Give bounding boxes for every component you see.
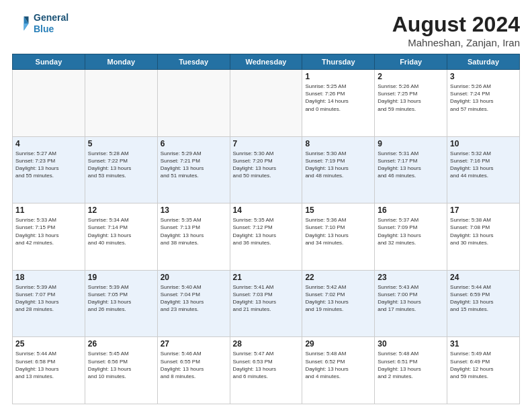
calendar-cell: 11Sunrise: 5:33 AM Sunset: 7:15 PM Dayli… [13,203,85,271]
calendar-cell: 25Sunrise: 5:44 AM Sunset: 6:58 PM Dayli… [13,337,85,404]
calendar-cell: 27Sunrise: 5:46 AM Sunset: 6:55 PM Dayli… [157,337,230,404]
day-info: Sunrise: 5:32 AM Sunset: 7:16 PM Dayligh… [450,150,517,180]
day-number: 19 [88,273,154,282]
logo-text-line1: General [34,12,69,24]
day-number: 11 [15,205,82,215]
day-number: 6 [161,139,227,148]
day-header-sunday: Sunday [13,54,85,70]
calendar-cell: 18Sunrise: 5:39 AM Sunset: 7:07 PM Dayli… [13,270,85,337]
day-info: Sunrise: 5:26 AM Sunset: 7:25 PM Dayligh… [378,83,444,113]
calendar-cell: 16Sunrise: 5:37 AM Sunset: 7:09 PM Dayli… [375,203,447,271]
calendar-cell [157,70,230,137]
header: General Blue August 2024 Mahneshan, Zanj… [12,12,520,48]
day-info: Sunrise: 5:35 AM Sunset: 7:13 PM Dayligh… [161,216,227,246]
calendar-cell: 15Sunrise: 5:36 AM Sunset: 7:10 PM Dayli… [302,203,375,271]
day-number: 29 [305,339,371,349]
day-number: 18 [15,273,82,282]
calendar-cell: 5Sunrise: 5:28 AM Sunset: 7:22 PM Daylig… [85,136,157,203]
day-info: Sunrise: 5:39 AM Sunset: 7:05 PM Dayligh… [88,283,154,314]
day-info: Sunrise: 5:45 AM Sunset: 6:56 PM Dayligh… [88,350,154,380]
calendar-week-1: 4Sunrise: 5:27 AM Sunset: 7:23 PM Daylig… [13,136,520,203]
day-info: Sunrise: 5:49 AM Sunset: 6:49 PM Dayligh… [450,350,517,380]
day-number: 30 [378,339,444,349]
day-info: Sunrise: 5:44 AM Sunset: 6:59 PM Dayligh… [450,283,517,314]
day-info: Sunrise: 5:37 AM Sunset: 7:09 PM Dayligh… [378,216,444,246]
day-info: Sunrise: 5:48 AM Sunset: 6:52 PM Dayligh… [305,350,371,380]
day-number: 25 [15,339,82,349]
calendar-cell [230,70,302,137]
day-number: 12 [88,205,154,215]
calendar-cell: 8Sunrise: 5:30 AM Sunset: 7:19 PM Daylig… [302,136,375,203]
page: General Blue August 2024 Mahneshan, Zanj… [0,0,532,411]
calendar-cell [13,70,85,137]
day-info: Sunrise: 5:47 AM Sunset: 6:53 PM Dayligh… [233,350,300,380]
day-number: 2 [378,72,444,81]
calendar-cell: 17Sunrise: 5:38 AM Sunset: 7:08 PM Dayli… [447,203,520,271]
calendar-cell: 21Sunrise: 5:41 AM Sunset: 7:03 PM Dayli… [230,270,302,337]
day-number: 23 [378,273,444,282]
day-info: Sunrise: 5:41 AM Sunset: 7:03 PM Dayligh… [233,283,300,314]
day-info: Sunrise: 5:29 AM Sunset: 7:21 PM Dayligh… [161,150,227,180]
day-number: 17 [450,205,517,215]
day-info: Sunrise: 5:42 AM Sunset: 7:02 PM Dayligh… [305,283,371,314]
day-info: Sunrise: 5:33 AM Sunset: 7:15 PM Dayligh… [15,216,82,246]
main-title: August 2024 [392,12,520,37]
calendar-week-2: 11Sunrise: 5:33 AM Sunset: 7:15 PM Dayli… [13,203,520,271]
day-info: Sunrise: 5:30 AM Sunset: 7:20 PM Dayligh… [233,150,300,180]
calendar-cell: 24Sunrise: 5:44 AM Sunset: 6:59 PM Dayli… [447,270,520,337]
day-info: Sunrise: 5:38 AM Sunset: 7:08 PM Dayligh… [450,216,517,246]
day-number: 13 [161,205,227,215]
day-number: 22 [305,273,371,282]
day-number: 16 [378,205,444,215]
calendar-table: SundayMondayTuesdayWednesdayThursdayFrid… [12,54,520,404]
calendar-cell: 1Sunrise: 5:25 AM Sunset: 7:26 PM Daylig… [302,70,375,137]
logo-text-line2: Blue [34,24,69,35]
subtitle: Mahneshan, Zanjan, Iran [392,37,520,48]
day-info: Sunrise: 5:27 AM Sunset: 7:23 PM Dayligh… [15,150,82,180]
day-number: 3 [450,72,517,81]
day-info: Sunrise: 5:26 AM Sunset: 7:24 PM Dayligh… [450,83,517,113]
day-number: 24 [450,273,517,282]
calendar-cell: 28Sunrise: 5:47 AM Sunset: 6:53 PM Dayli… [230,337,302,404]
day-info: Sunrise: 5:40 AM Sunset: 7:04 PM Dayligh… [161,283,227,314]
day-info: Sunrise: 5:46 AM Sunset: 6:55 PM Dayligh… [161,350,227,380]
day-info: Sunrise: 5:36 AM Sunset: 7:10 PM Dayligh… [305,216,371,246]
day-info: Sunrise: 5:30 AM Sunset: 7:19 PM Dayligh… [305,150,371,180]
day-info: Sunrise: 5:43 AM Sunset: 7:00 PM Dayligh… [378,283,444,314]
day-header-thursday: Thursday [302,54,375,70]
calendar-cell: 29Sunrise: 5:48 AM Sunset: 6:52 PM Dayli… [302,337,375,404]
calendar-cell: 12Sunrise: 5:34 AM Sunset: 7:14 PM Dayli… [85,203,157,271]
day-info: Sunrise: 5:39 AM Sunset: 7:07 PM Dayligh… [15,283,82,314]
day-info: Sunrise: 5:48 AM Sunset: 6:51 PM Dayligh… [378,350,444,380]
day-header-saturday: Saturday [447,54,520,70]
day-header-friday: Friday [375,54,447,70]
day-number: 1 [305,72,371,81]
calendar-cell: 13Sunrise: 5:35 AM Sunset: 7:13 PM Dayli… [157,203,230,271]
day-info: Sunrise: 5:44 AM Sunset: 6:58 PM Dayligh… [15,350,82,380]
calendar-cell: 10Sunrise: 5:32 AM Sunset: 7:16 PM Dayli… [447,136,520,203]
day-number: 5 [88,139,154,148]
calendar-cell: 9Sunrise: 5:31 AM Sunset: 7:17 PM Daylig… [375,136,447,203]
calendar-cell: 7Sunrise: 5:30 AM Sunset: 7:20 PM Daylig… [230,136,302,203]
day-number: 21 [233,273,300,282]
day-header-wednesday: Wednesday [230,54,302,70]
calendar-cell: 30Sunrise: 5:48 AM Sunset: 6:51 PM Dayli… [375,337,447,404]
day-number: 9 [378,139,444,148]
calendar-cell: 22Sunrise: 5:42 AM Sunset: 7:02 PM Dayli… [302,270,375,337]
day-number: 20 [161,273,227,282]
calendar-cell: 31Sunrise: 5:49 AM Sunset: 6:49 PM Dayli… [447,337,520,404]
logo: General Blue [12,12,69,35]
day-header-tuesday: Tuesday [157,54,230,70]
logo-icon [12,14,31,33]
day-number: 26 [88,339,154,349]
day-info: Sunrise: 5:31 AM Sunset: 7:17 PM Dayligh… [378,150,444,180]
calendar-cell: 20Sunrise: 5:40 AM Sunset: 7:04 PM Dayli… [157,270,230,337]
day-number: 27 [161,339,227,349]
day-info: Sunrise: 5:28 AM Sunset: 7:22 PM Dayligh… [88,150,154,180]
calendar-cell: 2Sunrise: 5:26 AM Sunset: 7:25 PM Daylig… [375,70,447,137]
day-number: 28 [233,339,300,349]
calendar-cell: 4Sunrise: 5:27 AM Sunset: 7:23 PM Daylig… [13,136,85,203]
day-number: 4 [15,139,82,148]
header-row: SundayMondayTuesdayWednesdayThursdayFrid… [13,54,520,70]
day-number: 14 [233,205,300,215]
